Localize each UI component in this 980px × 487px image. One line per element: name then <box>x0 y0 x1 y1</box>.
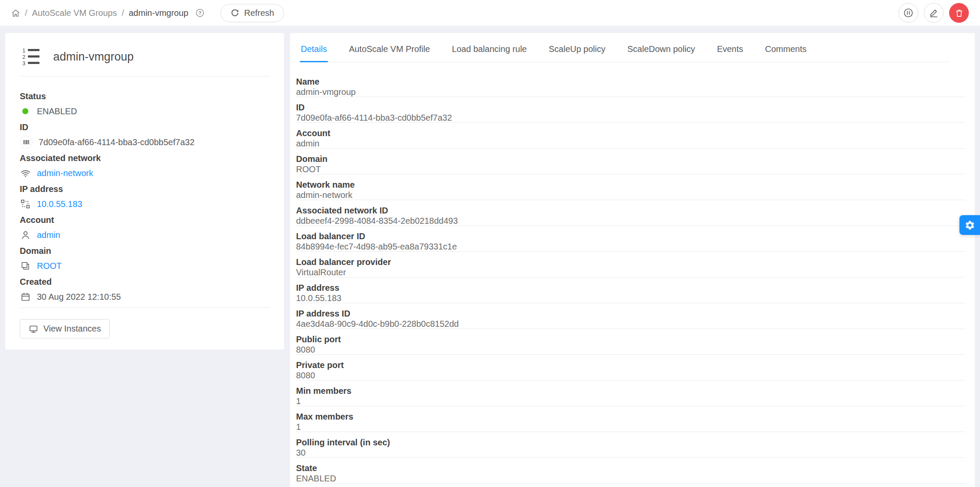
resource-fields: Status ENABLED ID 7d09e0fa-af66-4114-bba… <box>20 91 269 303</box>
refresh-button-label: Refresh <box>244 8 274 18</box>
detail-row-value: 8080 <box>296 370 965 380</box>
detail-row: Associated network ID ddbeeef4-2998-4084… <box>296 200 965 226</box>
resource-detail-card: DetailsAutoScale VM ProfileLoad balancin… <box>290 33 975 487</box>
field-value-text: 30 Aug 2022 12:10:55 <box>37 291 121 303</box>
svg-text:3: 3 <box>22 60 25 67</box>
detail-row: State ENABLED <box>296 458 965 484</box>
field-label: Associated network <box>20 153 269 163</box>
breadcrumb-separator: / <box>25 8 27 18</box>
help-button[interactable]: ? <box>195 8 205 18</box>
field-value-text: 7d09e0fa-af66-4114-bba3-cd0bb5ef7a32 <box>39 136 194 148</box>
barcode-icon <box>20 136 33 149</box>
detail-row-label: Load balancer ID <box>296 231 965 241</box>
user-icon <box>20 230 31 240</box>
detail-row: Public port 8080 <box>296 329 965 355</box>
svg-text:?: ? <box>198 10 201 15</box>
tab-details[interactable]: Details <box>300 33 328 62</box>
home-icon[interactable] <box>11 9 20 18</box>
settings-drawer-toggle[interactable] <box>959 215 980 235</box>
field-label: Created <box>20 277 269 287</box>
svg-text:2: 2 <box>22 54 25 60</box>
detail-row-value: admin-vmgroup <box>296 87 965 97</box>
detail-row-label: Name <box>296 76 965 87</box>
field-value: admin-network <box>20 167 269 180</box>
field-value-text: ENABLED <box>37 105 77 117</box>
detail-row-label: IP address <box>296 283 965 293</box>
detail-row-label: Min members <box>296 386 965 396</box>
detail-row: Max members 1 <box>296 406 965 432</box>
edit-icon <box>929 8 939 18</box>
field-label: IP address <box>20 184 269 194</box>
breadcrumb: / AutoScale VM Groups / admin-vmgroup ? … <box>11 4 284 22</box>
field-label: Status <box>20 91 269 101</box>
detail-row-value: admin <box>296 138 965 149</box>
delete-button[interactable] <box>949 3 969 23</box>
field-value: 30 Aug 2022 12:10:55 <box>20 290 269 303</box>
detail-row-value: 84b8994e-fec7-4d98-ab95-ea8a79331c1e <box>296 241 965 252</box>
detail-row-label: Public port <box>296 334 965 344</box>
tab-load-balancing-rule[interactable]: Load balancing rule <box>451 33 528 62</box>
view-instances-button[interactable]: View Instances <box>20 319 110 338</box>
detail-row: Domain ROOT <box>296 149 965 174</box>
calendar-icon <box>20 292 31 302</box>
detail-row-value: 1 <box>296 422 965 432</box>
detail-row-value: 10.0.55.183 <box>296 293 965 303</box>
info-field: Status ENABLED <box>20 91 269 118</box>
refresh-button[interactable]: Refresh <box>221 4 284 22</box>
breadcrumb-item-autoscale-vm-groups[interactable]: AutoScale VM Groups <box>32 8 117 18</box>
detail-row-value: VirtualRouter <box>296 267 965 277</box>
detail-row: Private port 8080 <box>296 355 965 380</box>
detail-row: IP address ID 4ae3d4a8-90c9-4d0c-b9b0-22… <box>296 303 965 329</box>
detail-row-label: IP address ID <box>296 308 965 319</box>
detail-row-label: State <box>296 463 965 473</box>
detail-row-label: Account <box>296 128 965 138</box>
field-value: 10.0.55.183 <box>20 198 269 210</box>
detail-row-label: Max members <box>296 411 965 422</box>
ordered-list-icon: 1 2 3 <box>21 47 41 67</box>
detail-row: Account admin <box>296 123 965 149</box>
info-field: IP address 10.0.55.183 <box>20 184 269 210</box>
tab-events[interactable]: Events <box>716 33 744 62</box>
trash-icon <box>954 8 964 18</box>
resource-info-card: 1 2 3 admin-vmgroup Status ENABLED ID 7d… <box>5 33 284 350</box>
detail-row-label: Polling interval (in sec) <box>296 437 965 447</box>
tab-comments[interactable]: Comments <box>764 33 808 62</box>
detail-row-value: ENABLED <box>296 473 965 484</box>
details-list: Name admin-vmgroup ID 7d09e0fa-af66-4114… <box>296 71 965 484</box>
header-actions <box>898 3 969 23</box>
detail-row-value: ddbeeef4-2998-4084-8354-2eb0218dd493 <box>296 216 965 226</box>
wifi-icon <box>20 168 31 179</box>
divider <box>20 307 269 308</box>
field-value-text[interactable]: 10.0.55.183 <box>37 198 82 210</box>
field-value-text[interactable]: ROOT <box>37 260 62 272</box>
tab-scaledown-policy[interactable]: ScaleDown policy <box>626 33 696 62</box>
field-label: Account <box>20 215 269 225</box>
breadcrumb-separator: / <box>121 8 124 18</box>
pause-button[interactable] <box>898 3 918 23</box>
reload-icon <box>230 9 239 18</box>
pause-circle-icon <box>903 8 913 18</box>
detail-row-label: Associated network ID <box>296 205 965 216</box>
detail-row-label: ID <box>296 102 965 113</box>
detail-row-value: 4ae3d4a8-90c9-4d0c-b9b0-228b0c8152dd <box>296 319 965 329</box>
view-instances-label: View Instances <box>43 324 101 334</box>
field-label: Domain <box>20 246 269 256</box>
detail-row-value: ROOT <box>296 164 965 174</box>
tab-autoscale-vm-profile[interactable]: AutoScale VM Profile <box>348 33 431 62</box>
info-field: Account admin <box>20 215 269 241</box>
field-value: ENABLED <box>20 105 269 118</box>
edit-button[interactable] <box>924 3 944 23</box>
breadcrumb-item-current: admin-vmgroup <box>129 8 188 18</box>
page-title: admin-vmgroup <box>53 50 134 64</box>
detail-row: Load balancer provider VirtualRouter <box>296 252 965 277</box>
field-value-text[interactable]: admin-network <box>37 167 93 179</box>
detail-row-label: Network name <box>296 180 965 190</box>
resource-title-row: 1 2 3 admin-vmgroup <box>20 47 269 67</box>
field-value-text[interactable]: admin <box>37 229 60 241</box>
tab-scaleup-policy[interactable]: ScaleUp policy <box>548 33 606 62</box>
detail-row-value: 1 <box>296 396 965 406</box>
detail-row-value: 30 <box>296 447 965 458</box>
detail-row-value: admin-network <box>296 190 965 200</box>
question-circle-icon: ? <box>195 8 205 18</box>
header: / AutoScale VM Groups / admin-vmgroup ? … <box>0 0 980 26</box>
